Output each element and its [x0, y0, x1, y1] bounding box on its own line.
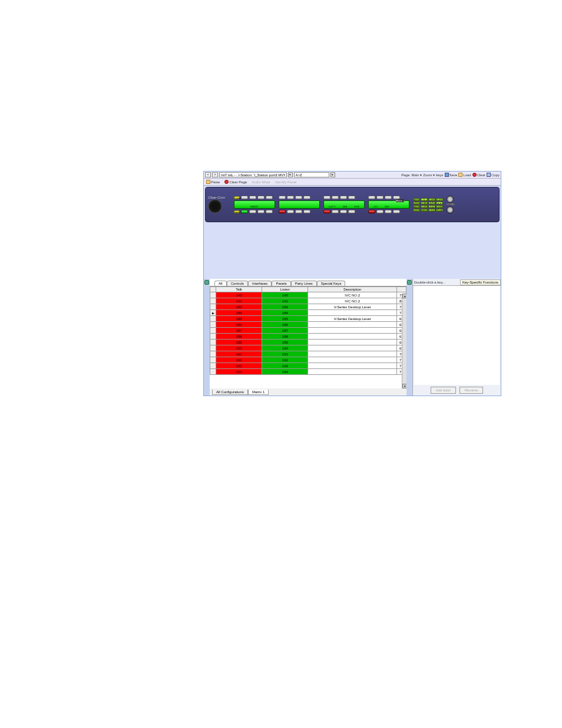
side-button[interactable]: Z U9 [428, 205, 435, 208]
panel-key[interactable] [266, 196, 273, 199]
reply-badge[interactable]: REPLY [234, 210, 240, 213]
table-row[interactable]: 18818867 [210, 334, 406, 340]
row-header[interactable] [210, 292, 216, 298]
talk-cell[interactable]: 184 [216, 310, 262, 316]
listen-cell[interactable]: 187 [262, 328, 308, 334]
description-cell[interactable] [308, 340, 396, 345]
tab-controls[interactable]: Controls [227, 281, 248, 286]
side-button[interactable]: MBSIO [421, 209, 428, 212]
description-cell[interactable]: V-Series Desktop Lever [308, 304, 396, 310]
tab-special-keys[interactable]: Special Keys [317, 281, 346, 286]
listen-cell[interactable]: 189 [262, 340, 308, 345]
description-cell[interactable] [308, 345, 396, 351]
col-description[interactable]: Description [308, 287, 396, 292]
side-button[interactable]: C [421, 198, 428, 201]
panel-key[interactable] [332, 196, 339, 199]
clear-page-button[interactable]: Clear Page [224, 180, 247, 184]
talk-cell[interactable]: 194 [216, 369, 262, 375]
side-button[interactable]: Z UP6 [421, 205, 428, 208]
knob-top[interactable] [447, 196, 454, 203]
talk-cell[interactable]: 193 [216, 363, 262, 369]
description-cell[interactable] [308, 334, 396, 340]
add-label-button[interactable]: Add label [431, 387, 456, 394]
panel-key[interactable] [385, 196, 392, 199]
config-tab-all-configurations[interactable]: All Configurations [212, 390, 248, 395]
save-button[interactable]: Save [445, 173, 458, 177]
row-header[interactable] [210, 334, 216, 340]
path-input[interactable] [219, 172, 287, 177]
refresh-icon-2[interactable] [407, 280, 412, 285]
table-row[interactable]: 140140IVC NO.279 [210, 292, 406, 298]
panel-key[interactable] [368, 210, 375, 213]
tab-party-lines[interactable]: Party Lines [291, 281, 317, 286]
talk-cell[interactable]: 189 [216, 340, 262, 345]
panel-key[interactable] [303, 196, 310, 199]
side-button[interactable]: ▲ ▼ [436, 202, 443, 205]
panel-key[interactable] [266, 210, 273, 213]
listen-cell[interactable]: 191 [262, 351, 308, 357]
scroll-up-icon[interactable]: ▴ [402, 294, 406, 298]
nav-next-button[interactable]: > [212, 172, 218, 177]
az-input[interactable] [294, 172, 329, 177]
config-tab-matrix-1[interactable]: Matrix 1 [248, 390, 269, 395]
row-header[interactable] [210, 298, 216, 304]
row-header[interactable] [210, 357, 216, 363]
panel-key[interactable] [279, 196, 286, 199]
side-button[interactable]: X INS [421, 202, 428, 205]
side-button[interactable]: UP/DN [413, 209, 420, 212]
side-button[interactable]: ANSWR [413, 205, 420, 208]
table-row[interactable]: 19019069 [210, 345, 406, 351]
refresh-icon[interactable] [204, 280, 209, 285]
description-cell[interactable] [308, 357, 396, 363]
knob-bottom[interactable] [447, 206, 454, 213]
description-cell[interactable] [308, 363, 396, 369]
panel-key[interactable] [348, 210, 355, 213]
table-row[interactable]: 185185V-Series Desktop Lever64 [210, 316, 406, 322]
side-button[interactable]: Z SLD [428, 209, 435, 212]
copy-button[interactable]: Copy [487, 173, 500, 177]
row-header[interactable] [210, 316, 216, 322]
row-header[interactable] [210, 345, 216, 351]
panel-key[interactable] [287, 196, 294, 199]
panel-key[interactable] [376, 196, 384, 199]
row-header[interactable] [210, 369, 216, 375]
row-header[interactable] [210, 304, 216, 310]
table-row[interactable]: 18718766 [210, 328, 406, 334]
tab-panels[interactable]: Panels [272, 281, 290, 286]
table-row[interactable]: 18918968 [210, 340, 406, 345]
listen-cell[interactable]: 140 [262, 292, 308, 298]
load-button[interactable]: Load [458, 173, 471, 177]
clear-button[interactable]: Clear [472, 173, 485, 177]
listen-cell[interactable]: 141 [262, 298, 308, 304]
side-button[interactable]: Z UHT [436, 198, 443, 201]
talk-cell[interactable]: 141 [216, 298, 262, 304]
talk-cell[interactable]: 185 [216, 316, 262, 322]
scroll-down-icon[interactable]: ▾ [402, 384, 406, 388]
panel-key[interactable] [385, 210, 392, 213]
talk-cell[interactable]: 140 [216, 292, 262, 298]
side-button[interactable]: Z W0I0 [436, 205, 443, 208]
listen-cell[interactable]: 193 [262, 363, 308, 369]
talk-cell[interactable]: 186 [216, 322, 262, 328]
listen-cell[interactable]: 183 [262, 304, 308, 310]
talk-cell[interactable]: 192 [216, 357, 262, 363]
rename-button[interactable]: Rename [459, 387, 484, 394]
description-cell[interactable] [308, 369, 396, 375]
talk-cell[interactable]: 187 [216, 328, 262, 334]
side-button[interactable]: PLInM [436, 209, 443, 212]
panel-key[interactable] [323, 210, 330, 213]
description-cell[interactable]: IVC NO.2 [308, 292, 396, 298]
listen-cell[interactable]: 186 [262, 322, 308, 328]
tab-all[interactable]: All [214, 281, 227, 286]
listen-cell[interactable]: 188 [262, 334, 308, 340]
talk-cell[interactable]: 190 [216, 345, 262, 351]
panel-key[interactable] [393, 210, 400, 213]
tab-interfaces[interactable]: Interfaces [248, 281, 272, 286]
key-functions-tab[interactable]: Key-Specific Functions [460, 279, 501, 285]
listen-cell[interactable]: 190 [262, 345, 308, 351]
row-header[interactable] [210, 340, 216, 345]
row-header[interactable] [210, 310, 216, 316]
description-cell[interactable] [308, 322, 396, 328]
description-cell[interactable]: IVC NO.2 [308, 298, 396, 304]
listen-cell[interactable]: 192 [262, 357, 308, 363]
